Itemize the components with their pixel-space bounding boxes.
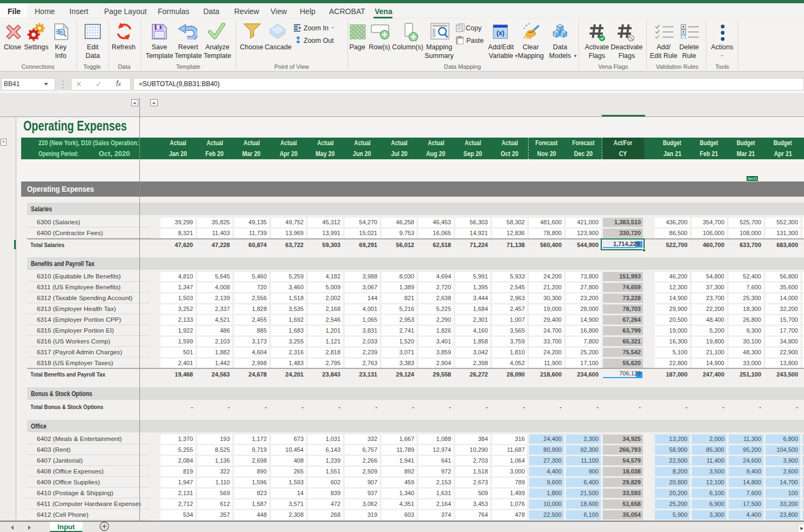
svg-text:(x): (x): [497, 29, 505, 37]
